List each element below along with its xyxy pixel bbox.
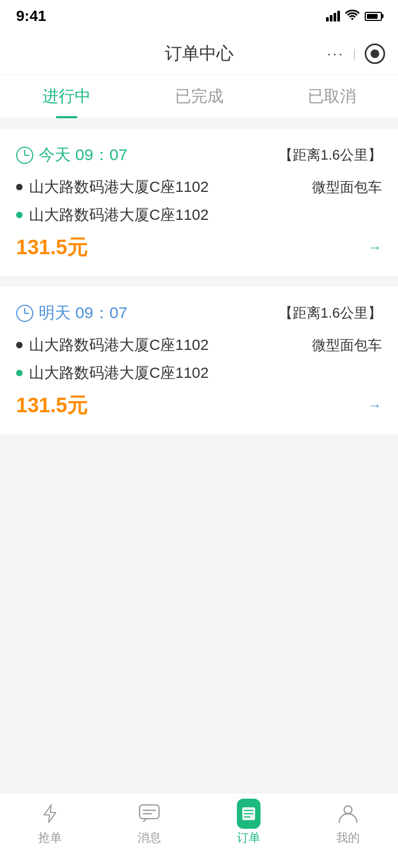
nav-label-mine: 我的 bbox=[336, 830, 360, 846]
tab-cancelled[interactable]: 已取消 bbox=[265, 75, 398, 118]
route-dot-to-1 bbox=[16, 212, 23, 218]
route-dot-from-1 bbox=[16, 184, 23, 190]
route-from-1: 山大路数码港大厦C座1102 微型面包车 bbox=[16, 177, 382, 197]
scan-dot bbox=[371, 49, 379, 58]
route-vehicle-1: 微型面包车 bbox=[312, 178, 382, 197]
page-title: 订单中心 bbox=[165, 42, 234, 66]
order-route-2: 山大路数码港大厦C座1102 微型面包车 山大路数码港大厦C座1102 bbox=[16, 335, 382, 383]
clock-hand-h-2 bbox=[25, 313, 29, 314]
order-nav-icon bbox=[237, 802, 260, 826]
tab-completed[interactable]: 已完成 bbox=[133, 75, 265, 118]
nav-item-order[interactable]: 订单 bbox=[199, 802, 299, 846]
order-price-2: 131.5元 bbox=[16, 392, 88, 419]
route-address-from-2: 山大路数码港大厦C座1102 bbox=[29, 335, 209, 355]
order-footer-1: 131.5元 → bbox=[16, 234, 382, 261]
route-to-1: 山大路数码港大厦C座1102 bbox=[16, 205, 382, 225]
message-icon bbox=[138, 802, 161, 826]
route-dot-from-2 bbox=[16, 342, 23, 348]
clock-icon-2 bbox=[16, 305, 33, 322]
nav-item-grab[interactable]: 抢单 bbox=[0, 802, 99, 846]
wifi-icon bbox=[345, 9, 359, 23]
order-price-1: 131.5元 bbox=[16, 234, 88, 261]
order-card-1[interactable]: 今天 09：07 【距离1.6公里】 山大路数码港大厦C座1102 微型面包车 … bbox=[0, 129, 398, 276]
order-list: 今天 09：07 【距离1.6公里】 山大路数码港大厦C座1102 微型面包车 … bbox=[0, 118, 398, 456]
tab-in-progress[interactable]: 进行中 bbox=[0, 75, 133, 118]
page-header: 订单中心 ··· | bbox=[0, 32, 398, 75]
clock-icon-1 bbox=[16, 147, 33, 164]
status-time: 9:41 bbox=[16, 8, 46, 25]
order-header-2: 明天 09：07 【距离1.6公里】 bbox=[16, 302, 382, 324]
bottom-nav: 抢单 消息 订单 bbox=[0, 793, 398, 868]
status-icons bbox=[326, 9, 382, 23]
route-dot-to-2 bbox=[16, 370, 23, 376]
order-datetime-2: 明天 09：07 bbox=[39, 302, 127, 324]
nav-item-mine[interactable]: 我的 bbox=[299, 802, 398, 846]
battery-icon bbox=[365, 12, 382, 21]
order-datetime-1: 今天 09：07 bbox=[39, 144, 127, 166]
person-icon bbox=[336, 802, 360, 826]
order-distance-1: 【距离1.6公里】 bbox=[279, 146, 382, 164]
scan-button[interactable] bbox=[365, 44, 385, 64]
order-header-1: 今天 09：07 【距离1.6公里】 bbox=[16, 144, 382, 166]
route-address-to-1: 山大路数码港大厦C座1102 bbox=[29, 205, 209, 225]
order-time-1: 今天 09：07 bbox=[16, 144, 127, 166]
svg-point-7 bbox=[344, 806, 352, 814]
nav-item-message[interactable]: 消息 bbox=[99, 802, 199, 846]
status-bar: 9:41 bbox=[0, 0, 398, 32]
nav-label-order: 订单 bbox=[237, 830, 260, 846]
order-time-2: 明天 09：07 bbox=[16, 302, 127, 324]
clock-hand-h-1 bbox=[25, 155, 29, 156]
nav-label-grab: 抢单 bbox=[38, 830, 62, 846]
order-card-2[interactable]: 明天 09：07 【距离1.6公里】 山大路数码港大厦C座1102 微型面包车 … bbox=[0, 287, 398, 434]
route-vehicle-2: 微型面包车 bbox=[312, 336, 382, 355]
route-to-2: 山大路数码港大厦C座1102 bbox=[16, 363, 382, 383]
order-distance-2: 【距离1.6公里】 bbox=[279, 304, 382, 322]
lightning-icon bbox=[38, 802, 62, 826]
route-address-to-2: 山大路数码港大厦C座1102 bbox=[29, 363, 209, 383]
order-arrow-2[interactable]: → bbox=[368, 397, 382, 414]
route-address-from-1: 山大路数码港大厦C座1102 bbox=[29, 177, 209, 197]
svg-rect-0 bbox=[140, 805, 159, 819]
order-footer-2: 131.5元 → bbox=[16, 392, 382, 419]
header-actions: ··· | bbox=[327, 44, 385, 64]
route-from-2: 山大路数码港大厦C座1102 微型面包车 bbox=[16, 335, 382, 355]
divider: | bbox=[353, 46, 356, 61]
signal-icon bbox=[326, 11, 340, 21]
more-icon[interactable]: ··· bbox=[327, 45, 344, 62]
order-route-1: 山大路数码港大厦C座1102 微型面包车 山大路数码港大厦C座1102 bbox=[16, 177, 382, 225]
tab-bar: 进行中 已完成 已取消 bbox=[0, 75, 398, 118]
order-arrow-1[interactable]: → bbox=[368, 239, 382, 256]
nav-label-message: 消息 bbox=[138, 830, 161, 846]
